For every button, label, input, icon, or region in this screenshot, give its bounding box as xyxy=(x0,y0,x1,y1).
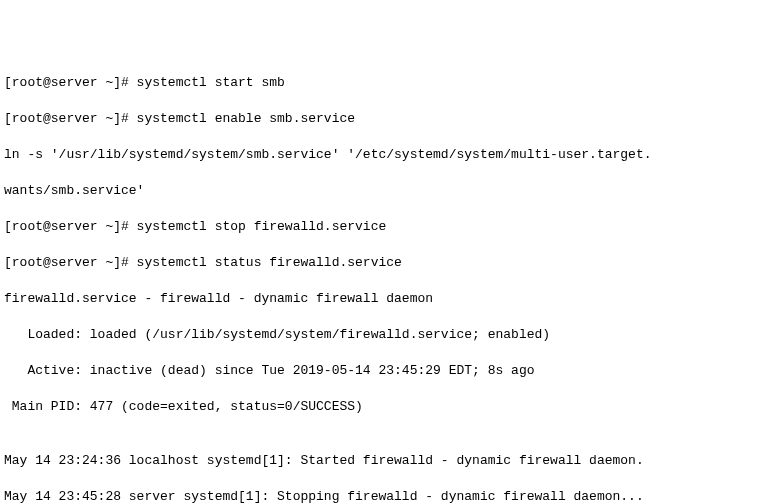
terminal-line: wants/smb.service' xyxy=(4,182,760,200)
terminal-line: ln -s '/usr/lib/systemd/system/smb.servi… xyxy=(4,146,760,164)
terminal-line: May 14 23:24:36 localhost systemd[1]: St… xyxy=(4,452,760,470)
terminal-line: [root@server ~]# systemctl enable smb.se… xyxy=(4,110,760,128)
terminal-line: Active: inactive (dead) since Tue 2019-0… xyxy=(4,362,760,380)
terminal-line: [root@server ~]# systemctl status firewa… xyxy=(4,254,760,272)
terminal-line: [root@server ~]# systemctl stop firewall… xyxy=(4,218,760,236)
terminal-line: Main PID: 477 (code=exited, status=0/SUC… xyxy=(4,398,760,416)
terminal-line: [root@server ~]# systemctl start smb xyxy=(4,74,760,92)
terminal-line: firewalld.service - firewalld - dynamic … xyxy=(4,290,760,308)
terminal-line: Loaded: loaded (/usr/lib/systemd/system/… xyxy=(4,326,760,344)
terminal-line: May 14 23:45:28 server systemd[1]: Stopp… xyxy=(4,488,760,503)
